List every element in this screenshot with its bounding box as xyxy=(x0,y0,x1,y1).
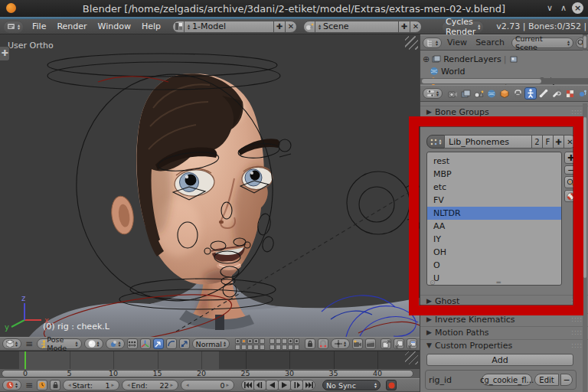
menu-file[interactable]: File xyxy=(27,21,51,31)
outliner-view-menu[interactable]: View xyxy=(444,38,470,47)
panel-header-motion-paths[interactable]: ▶Motion Paths:::: xyxy=(420,326,588,338)
jump-prev-keyframe-button[interactable] xyxy=(253,380,266,390)
outliner-row-world[interactable]: World xyxy=(420,65,588,77)
play-reverse-button[interactable] xyxy=(266,380,279,390)
screen-layout-icon-button[interactable] xyxy=(172,21,185,33)
layer-cell[interactable] xyxy=(276,338,281,344)
layer-cell[interactable] xyxy=(288,345,293,350)
layer-cell[interactable] xyxy=(260,338,265,344)
timeline-menu-button[interactable]: ≡ xyxy=(24,380,34,390)
menu-render[interactable]: Render xyxy=(51,21,92,31)
play-button[interactable] xyxy=(278,380,291,390)
expand-icon[interactable]: ⊕ xyxy=(423,54,430,64)
lock-to-scene-toggle[interactable] xyxy=(305,338,315,349)
editor-type-view3d-selector[interactable]: ▴▾ xyxy=(2,338,21,349)
tab-render[interactable] xyxy=(446,87,459,100)
viewport-3d[interactable]: x y z User Ortho (0) rig : cheek.L xyxy=(0,34,420,337)
tab-bone-constraints[interactable] xyxy=(550,87,563,100)
opengl-render-button[interactable] xyxy=(352,338,363,349)
outliner-row-renderlayers[interactable]: ⊕ RenderLayers | xyxy=(420,53,588,65)
layers-grid-2[interactable] xyxy=(270,338,299,350)
use-preview-range-toggle[interactable] xyxy=(37,380,47,390)
layer-cell[interactable] xyxy=(241,345,247,350)
editor-type-info-selector[interactable]: ▴▾ xyxy=(3,21,24,33)
layer-cell[interactable] xyxy=(235,345,240,350)
manipulate-center-points-toggle[interactable] xyxy=(127,338,138,349)
outliner-filter-selector[interactable]: Current Scene▴▾ xyxy=(511,38,573,48)
outliner-search-menu[interactable]: Search xyxy=(472,38,508,47)
layer-cell[interactable] xyxy=(241,338,247,344)
outliner-h-scrollbar-thumb[interactable] xyxy=(422,79,541,83)
tab-scene[interactable] xyxy=(472,87,485,100)
editor-type-outliner-selector[interactable]: ▴▾ xyxy=(423,38,442,48)
custom-property-edit-button[interactable]: Edit xyxy=(534,374,559,386)
manipulator-rotate-button[interactable] xyxy=(166,338,177,349)
tab-constraints[interactable] xyxy=(511,87,524,100)
copy-pose-button[interactable] xyxy=(381,338,391,349)
layer-cell[interactable] xyxy=(253,338,259,344)
tab-textures[interactable] xyxy=(564,87,576,100)
manipulator-toggle[interactable] xyxy=(140,338,151,349)
screen-layout-selector[interactable]: ▴▾1-Model xyxy=(184,21,274,33)
manipulator-translate-button[interactable] xyxy=(153,338,164,349)
layer-cell[interactable] xyxy=(282,345,287,350)
scene-selector[interactable]: ▴▾Scene xyxy=(315,21,399,33)
timeline-resize-grip[interactable] xyxy=(405,351,418,364)
layer-cell[interactable] xyxy=(253,345,259,350)
manipulator-scale-button[interactable] xyxy=(179,338,190,349)
paste-flipped-pose-button[interactable] xyxy=(407,338,417,349)
screen-layout-add-button[interactable]: ✚ xyxy=(273,21,286,33)
av-sync-selector[interactable]: No Sync▴▾ xyxy=(322,380,381,390)
toolshelf-expand-tab[interactable]: ✚ xyxy=(0,46,10,61)
custom-property-value-field[interactable]: cg_cookie_fl... xyxy=(482,374,532,386)
panel-header-bone-groups[interactable]: ▶Bone Groups:::: xyxy=(420,106,588,117)
pivot-point-selector[interactable]: ▴▾ xyxy=(106,338,125,349)
layer-cell[interactable] xyxy=(247,345,253,350)
window-maximize-icon[interactable]: ∧ xyxy=(560,0,567,17)
custom-property-remove-button[interactable]: − xyxy=(560,374,573,386)
panel-header-custom-properties[interactable]: ▼Custom Properties:::: xyxy=(420,339,588,351)
snap-element-selector[interactable]: ▴▾ xyxy=(331,338,350,349)
transform-orientation-selector[interactable]: Normal▴▾ xyxy=(192,338,230,349)
jump-to-start-button[interactable] xyxy=(241,380,254,390)
viewport-corner-grip[interactable] xyxy=(405,37,418,50)
layer-cell[interactable] xyxy=(270,338,275,344)
scene-add-button[interactable]: ✚ xyxy=(398,21,410,33)
outliner-v-scrollbar[interactable] xyxy=(583,34,587,51)
layer-cell[interactable] xyxy=(247,338,253,344)
outliner-h-scrollbar[interactable] xyxy=(420,78,588,84)
layer-cell[interactable] xyxy=(270,345,275,350)
tab-object[interactable] xyxy=(498,87,511,100)
layer-cell[interactable] xyxy=(282,338,287,344)
tab-physics[interactable] xyxy=(577,87,588,100)
window-minimize-icon[interactable]: ∨ xyxy=(547,0,553,17)
jump-to-end-button[interactable] xyxy=(302,380,315,390)
tab-bone[interactable] xyxy=(537,87,550,100)
timeline-frames-area[interactable] xyxy=(0,351,420,369)
opengl-render-animation-button[interactable] xyxy=(365,338,376,349)
layer-cell[interactable] xyxy=(294,345,299,350)
paste-pose-button[interactable] xyxy=(394,338,404,349)
tab-render-layers[interactable] xyxy=(459,87,472,100)
record-auto-keyframe-toggle[interactable] xyxy=(386,380,397,390)
mode-selector[interactable]: Pose Mode ▴▾ xyxy=(37,338,82,349)
current-frame-field[interactable]: ◂0▸ xyxy=(181,380,234,390)
window-close-icon[interactable]: × xyxy=(572,2,583,14)
scene-delete-button[interactable]: ✕ xyxy=(410,21,422,33)
render-engine-selector[interactable]: Cycles Render▴▾ xyxy=(442,21,484,33)
custom-property-add-button[interactable]: Add xyxy=(426,354,573,366)
frame-start-field[interactable]: ◂Start:1▸ xyxy=(63,380,119,390)
lock-time-cursor-toggle[interactable] xyxy=(50,380,60,390)
tab-object-data-armature[interactable] xyxy=(524,87,537,100)
layer-cell[interactable] xyxy=(294,338,299,344)
frame-end-field[interactable]: ◂End:22▸ xyxy=(122,380,178,390)
timeline-scrollbar[interactable]: 0510152025303540 xyxy=(0,369,420,378)
layer-cell[interactable] xyxy=(276,345,281,350)
jump-next-keyframe-button[interactable] xyxy=(290,380,303,390)
timeline-scrollbar-thumb[interactable] xyxy=(2,370,413,377)
editor-type-properties-selector[interactable]: ▴▾ xyxy=(423,88,443,99)
editor-type-timeline-selector[interactable]: ▴▾ xyxy=(2,380,21,390)
view3d-menu-button[interactable]: ≡ xyxy=(24,338,34,349)
menu-window[interactable]: Window xyxy=(93,21,136,31)
layer-cell[interactable] xyxy=(260,345,265,350)
